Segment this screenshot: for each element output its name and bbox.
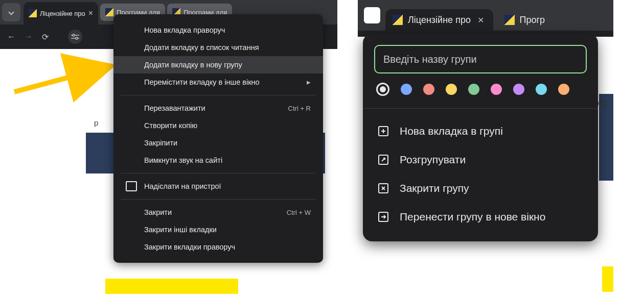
color-swatch-blue[interactable]: [401, 84, 412, 95]
tab-title: Прогр: [520, 15, 545, 26]
popup-item-label: Перенести групу в нове вікно: [400, 211, 545, 223]
ungroup-icon: [377, 154, 389, 166]
favicon-icon: [504, 15, 515, 25]
color-swatch-green[interactable]: [468, 84, 479, 95]
browser-tab-active[interactable]: Ліцензійне про ×: [385, 9, 493, 31]
site-settings-chip[interactable]: [68, 30, 82, 44]
close-icon[interactable]: ×: [476, 14, 486, 26]
menu-label: Закрити: [144, 208, 172, 216]
close-group-icon: [377, 182, 389, 194]
menu-reload[interactable]: ПерезавантажитиCtrl + R: [113, 100, 323, 117]
forward-button[interactable]: →: [25, 32, 33, 41]
tab-search-button[interactable]: [2, 3, 20, 21]
menu-duplicate[interactable]: Створити копію: [113, 117, 323, 134]
group-indicator[interactable]: [364, 7, 380, 23]
popup-item-label: Нова вкладка в групі: [400, 125, 503, 137]
devices-icon: [126, 181, 137, 191]
menu-label: Закріпити: [144, 139, 177, 147]
popup-close-group[interactable]: Закрити групу: [363, 174, 598, 203]
menu-pin[interactable]: Закріпити: [113, 134, 323, 152]
menu-label: Додати вкладку в нову групу: [144, 61, 242, 69]
reload-button[interactable]: ⟳: [42, 32, 49, 42]
color-picker-row: [363, 83, 598, 100]
menu-separator: [121, 199, 316, 200]
menu-move-to-window[interactable]: Перемістити вкладку в інше вікно▸: [113, 73, 323, 91]
color-swatch-red[interactable]: [423, 84, 434, 95]
color-swatch-pink[interactable]: [491, 84, 502, 95]
menu-label: Створити копію: [144, 121, 197, 130]
group-name-input[interactable]: Введіть назву групи: [374, 45, 587, 73]
menu-label: Перемістити вкладку в інше вікно: [144, 78, 260, 86]
back-button[interactable]: ←: [7, 32, 15, 41]
menu-label: Нова вкладка праворуч: [144, 26, 225, 34]
popup-item-label: Закрити групу: [400, 182, 469, 194]
color-swatch-grey[interactable]: [376, 83, 389, 96]
tab-context-menu: Нова вкладка праворуч Додати вкладку в с…: [113, 14, 323, 263]
tab-title: Ліцензійне про: [408, 15, 471, 26]
menu-label: Закрити інші вкладки: [144, 226, 217, 234]
close-icon[interactable]: ×: [88, 9, 93, 18]
favicon-icon: [29, 9, 37, 17]
menu-add-reading-list[interactable]: Додати вкладку в список читання: [113, 39, 323, 56]
favicon-icon: [393, 15, 403, 25]
move-window-icon: [377, 211, 389, 223]
chevron-down-icon: [8, 9, 14, 15]
popup-move-to-new-window[interactable]: Перенести групу в нове вікно: [363, 203, 598, 231]
menu-close-right[interactable]: Закрити вкладки праворуч: [113, 238, 323, 256]
menu-mute-site[interactable]: Вимкнути звук на сайті: [113, 152, 323, 169]
menu-label: Додати вкладку в список читання: [144, 43, 259, 52]
menu-label: Закрити вкладки праворуч: [144, 243, 235, 251]
menu-new-tab-right[interactable]: Нова вкладка праворуч: [113, 21, 323, 39]
favicon-icon: [105, 8, 113, 16]
menu-label: Перезавантажити: [144, 104, 205, 112]
menu-close-others[interactable]: Закрити інші вкладки: [113, 221, 323, 238]
tab-bar: Ліцензійне про × Прогр: [358, 0, 613, 31]
popup-item-label: Розгрупувати: [400, 154, 466, 166]
menu-add-to-new-group[interactable]: Додати вкладку в нову групу: [113, 56, 323, 73]
svg-point-3: [76, 37, 78, 39]
popup-ungroup[interactable]: Розгрупувати: [363, 145, 598, 174]
new-tab-icon: [377, 125, 389, 137]
menu-shortcut: Ctrl + R: [288, 105, 311, 112]
page-yellow-fragment: [105, 279, 238, 294]
color-swatch-cyan[interactable]: [536, 84, 547, 95]
menu-separator: [121, 95, 316, 95]
menu-close[interactable]: ЗакритиCtrl + W: [113, 204, 323, 221]
browser-tab-active[interactable]: Ліцензійне про ×: [24, 2, 98, 24]
color-swatch-purple[interactable]: [513, 84, 524, 95]
page-yellow-fragment: [602, 266, 613, 292]
color-swatch-orange[interactable]: [558, 84, 569, 95]
menu-shortcut: Ctrl + W: [287, 209, 311, 216]
menu-label: Надіслати на пристрої: [144, 182, 221, 190]
right-screenshot: Ліцензійне про × Прогр огр Введіть назву…: [358, 0, 613, 298]
color-swatch-yellow[interactable]: [446, 84, 457, 95]
menu-send-to-devices[interactable]: Надіслати на пристрої: [113, 178, 323, 195]
input-placeholder: Введіть назву групи: [383, 54, 477, 65]
tab-group-popup: Введіть назву групи Нова вкладка в групі…: [363, 34, 598, 241]
submenu-arrow-icon: ▸: [307, 78, 311, 86]
browser-tab[interactable]: Прогр: [497, 9, 553, 31]
left-screenshot: Ліцензійне про × Програми для Програми д…: [0, 0, 337, 298]
menu-label: Вимкнути звук на сайті: [144, 156, 222, 164]
popup-separator: [363, 108, 598, 109]
tune-icon: [71, 34, 79, 40]
popup-new-tab-in-group[interactable]: Нова вкладка в групі: [363, 117, 598, 145]
tab-title: Ліцензійне про: [40, 10, 85, 17]
svg-point-0: [73, 34, 75, 36]
menu-separator: [121, 173, 316, 173]
